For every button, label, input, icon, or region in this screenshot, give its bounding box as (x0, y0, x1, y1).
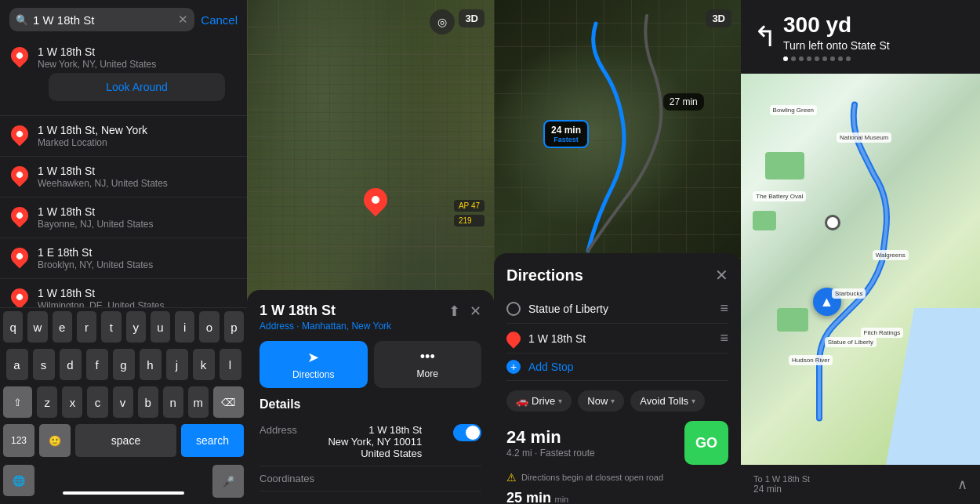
dir-street-grid (494, 0, 741, 267)
key-b[interactable]: b (138, 386, 158, 418)
result-title: 1 W 18th St (38, 205, 236, 218)
time-chevron: ▾ (611, 397, 615, 405)
key-r[interactable]: r (77, 311, 96, 343)
location-title: 1 W 18th St (260, 303, 391, 319)
nav-destination-pin (825, 215, 840, 230)
address-toggle[interactable] (453, 424, 481, 441)
close-icon[interactable]: ✕ (470, 303, 481, 320)
key-z[interactable]: z (37, 386, 57, 418)
list-item[interactable]: 1 W 18th St Bayonne, NJ, United States (0, 198, 247, 238)
key-e[interactable]: e (53, 311, 72, 343)
location-type: Address · Manhattan, New York (260, 321, 391, 332)
key-o[interactable]: o (199, 311, 219, 343)
key-p[interactable]: p (224, 311, 244, 343)
location-button[interactable]: ◎ (430, 9, 455, 34)
key-t[interactable]: t (101, 311, 121, 343)
nav-pin-body (825, 215, 840, 230)
key-w[interactable]: w (27, 311, 47, 343)
share-icon[interactable]: ⬆ (448, 303, 460, 320)
key-m[interactable]: m (188, 386, 209, 418)
3d-toggle[interactable]: 3D (459, 9, 485, 27)
avoid-tolls-option[interactable]: Avoid Tolls ▾ (630, 390, 705, 412)
details-section: Details Address 1 W 18th St New York, NY… (260, 397, 481, 491)
nav-instruction: Turn left onto State St (783, 39, 890, 52)
directions-map: 24 min Fastest 27 min 3D (494, 0, 741, 267)
add-stop-label[interactable]: Add Stop (528, 361, 728, 373)
key-f[interactable]: f (86, 349, 108, 380)
waypoint-to[interactable]: 1 W 18th St (528, 332, 712, 345)
search-bar[interactable]: 🔍 1 W 18th St ✕ (9, 8, 194, 31)
avoid-tolls-label: Avoid Tolls (640, 395, 688, 407)
search-panel: 🔍 1 W 18th St ✕ Cancel 1 W 18th St New Y… (0, 0, 247, 504)
pin-icon (7, 121, 31, 146)
nav-eta: 24 min (753, 484, 810, 495)
go-button[interactable]: GO (684, 421, 728, 465)
directions-close[interactable]: ✕ (715, 266, 728, 285)
key-globe[interactable]: 🌐 (3, 465, 34, 496)
key-c[interactable]: c (87, 386, 107, 418)
key-shift[interactable]: ⇧ (3, 386, 32, 418)
clear-icon[interactable]: ✕ (178, 13, 188, 27)
list-item[interactable]: 1 W 18th St New York, NY, United States … (0, 38, 247, 116)
warning-text: Directions begin at closest open road (521, 473, 663, 482)
key-123[interactable]: 123 (3, 424, 34, 457)
key-v[interactable]: v (113, 386, 133, 418)
key-g[interactable]: g (113, 349, 135, 380)
list-item[interactable]: 1 W 18th St Weehawken, NJ, United States (0, 157, 247, 198)
add-stop-icon: + (506, 360, 521, 374)
reorder-icon[interactable]: ≡ (720, 300, 728, 317)
key-space[interactable]: space (75, 424, 176, 457)
search-input[interactable]: 1 W 18th St (33, 13, 173, 27)
list-item[interactable]: 1 E 18th St Brooklyn, NY, United States (0, 238, 247, 279)
key-k[interactable]: k (193, 349, 215, 380)
dir-3d-toggle[interactable]: 3D (706, 9, 731, 27)
directions-panel: 24 min Fastest 27 min 3D Directions ✕ St… (494, 0, 741, 504)
key-h[interactable]: h (140, 349, 162, 380)
more-label: More (417, 368, 438, 379)
waypoint-from[interactable]: Statue of Liberty (528, 303, 712, 315)
key-delete[interactable]: ⌫ (213, 386, 244, 418)
warning-icon: ⚠ (506, 471, 517, 484)
cancel-button[interactable]: Cancel (201, 13, 238, 27)
indicator-num: 219 (454, 215, 485, 227)
list-item[interactable]: 1 W 18th St Wilmington, DE, United State… (0, 279, 247, 307)
directions-button[interactable]: ➤ Directions (260, 341, 368, 388)
list-item[interactable]: 1 W 18th St, New York Marked Location (0, 116, 247, 157)
key-x[interactable]: x (62, 386, 82, 418)
key-i[interactable]: i (175, 311, 194, 343)
directions-header: Directions ✕ (506, 266, 728, 285)
key-q[interactable]: q (3, 311, 23, 343)
search-bar-row: 🔍 1 W 18th St ✕ Cancel (0, 0, 247, 38)
map-indicators: AP 47 219 (454, 200, 485, 227)
nav-dot-9 (846, 56, 851, 61)
key-n[interactable]: n (163, 386, 183, 418)
search-button[interactable]: search (181, 424, 244, 457)
more-button[interactable]: ••• More (374, 341, 482, 388)
key-d[interactable]: d (60, 349, 82, 380)
add-stop-row[interactable]: + Add Stop (506, 354, 728, 381)
time-option[interactable]: Now ▾ (578, 390, 624, 412)
key-j[interactable]: j (166, 349, 188, 380)
key-a[interactable]: a (6, 349, 28, 380)
key-microphone[interactable]: 🎤 (212, 465, 244, 498)
search-results: 1 W 18th St New York, NY, United States … (0, 38, 247, 307)
key-l[interactable]: l (220, 349, 241, 380)
directions-label: Directions (292, 369, 334, 380)
key-s[interactable]: s (33, 349, 55, 380)
directions-form: Directions ✕ Statue of Liberty ≡ 1 W 18t… (494, 253, 741, 504)
slower-route-badge: 27 min (663, 93, 704, 111)
destination-icon (503, 328, 523, 348)
map-pin[interactable] (364, 188, 387, 212)
expand-button[interactable]: ∧ (957, 476, 967, 493)
coordinates-row: Coordinates (260, 466, 481, 491)
key-u[interactable]: u (151, 311, 170, 343)
look-around-button[interactable]: Look Around (49, 73, 225, 101)
key-y[interactable]: y (126, 311, 146, 343)
nav-dot-8 (838, 56, 843, 61)
result-title: 1 W 18th St (38, 287, 236, 299)
reorder-icon-2[interactable]: ≡ (720, 330, 728, 346)
directions-result: 24 min 4.2 mi · Fastest route GO (506, 421, 728, 465)
key-emoji[interactable]: 🙂 (39, 424, 71, 457)
now-label: Now (587, 395, 608, 407)
drive-option[interactable]: 🚗 Drive ▾ (506, 390, 572, 412)
